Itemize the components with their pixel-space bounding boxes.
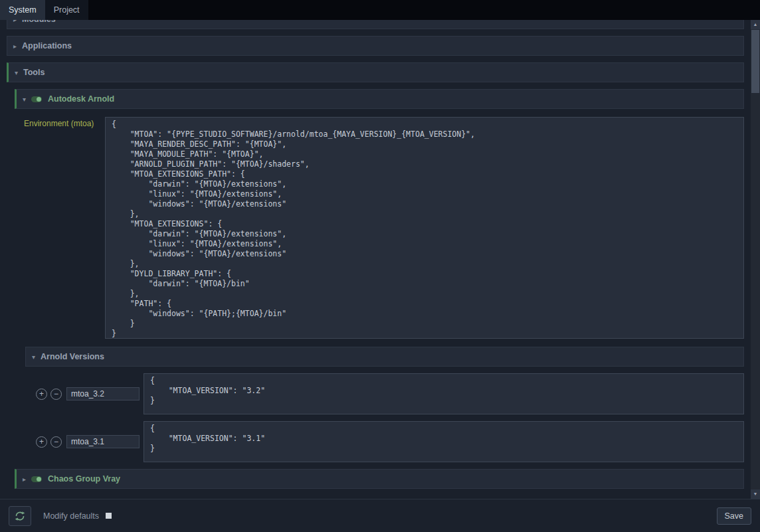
settings-scroll-area: ▸ Modules ▸ Applications ▾ Tools ▾ Autod… (0, 20, 751, 499)
enable-toggle[interactable] (31, 96, 42, 102)
section-header-tools[interactable]: ▾ Tools (7, 62, 744, 82)
section-label-arnold-versions: Arnold Versions (41, 352, 104, 361)
tab-project[interactable]: Project (45, 0, 88, 20)
section-label-applications: Applications (22, 41, 72, 50)
chevron-right-icon: ▸ (23, 476, 31, 483)
remove-item-button[interactable]: − (50, 389, 62, 400)
group-header-autodesk-arnold[interactable]: ▾ Autodesk Arnold (15, 89, 744, 109)
modify-defaults-indicator[interactable] (106, 513, 112, 519)
version-row: + − { "MTOA_VERSION": "3.2" } (36, 373, 744, 414)
save-button[interactable]: Save (717, 507, 752, 525)
tools-section-body: ▾ Autodesk Arnold Environment (mtoa) { "… (15, 89, 744, 489)
environment-field-label: Environment (mtoa) (24, 117, 105, 128)
chevron-right-icon: ▸ (13, 43, 22, 50)
tab-system[interactable]: System (0, 0, 45, 20)
scroll-down-button[interactable]: ▼ (751, 489, 760, 499)
version-row: + − { "MTOA_VERSION": "3.1" } (36, 421, 744, 462)
group-label-autodesk-arnold: Autodesk Arnold (48, 94, 114, 104)
section-header-arnold-versions[interactable]: ▾ Arnold Versions (25, 347, 744, 367)
remove-item-button[interactable]: − (50, 436, 62, 448)
footer-bar: Modify defaults Save (0, 499, 760, 532)
version-name-input[interactable] (66, 387, 140, 400)
version-name-input[interactable] (66, 435, 140, 448)
environment-field-row: Environment (mtoa) { "MTOA": "{PYPE_STUD… (24, 117, 744, 339)
version-json-editor[interactable]: { "MTOA_VERSION": "3.2" } (143, 373, 744, 414)
chevron-down-icon: ▾ (32, 353, 41, 361)
section-label-modules: Modules (22, 20, 56, 24)
enable-toggle[interactable] (31, 476, 42, 482)
section-header-modules[interactable]: ▸ Modules (7, 20, 744, 29)
modify-defaults-label: Modify defaults (43, 511, 99, 521)
group-label-chaos-group-vray: Chaos Group Vray (48, 474, 120, 484)
group-header-chaos-group-vray[interactable]: ▸ Chaos Group Vray (15, 469, 744, 489)
settings-window: System Project ▸ Modules ▸ Applications … (0, 0, 760, 532)
scrollbar-thumb[interactable] (751, 30, 759, 93)
environment-json-editor[interactable]: { "MTOA": "{PYPE_STUDIO_SOFTWARE}/arnold… (105, 117, 744, 339)
chevron-down-icon: ▾ (15, 69, 23, 76)
add-item-button[interactable]: + (36, 389, 47, 400)
refresh-button[interactable] (9, 506, 31, 526)
chevron-right-icon: ▸ (13, 20, 22, 23)
add-item-button[interactable]: + (36, 436, 47, 448)
version-json-editor[interactable]: { "MTOA_VERSION": "3.1" } (143, 421, 744, 462)
vertical-scrollbar: ▲ ▼ (751, 20, 760, 499)
section-header-applications[interactable]: ▸ Applications (7, 36, 744, 56)
section-label-tools: Tools (23, 68, 45, 77)
scroll-up-button[interactable]: ▲ (751, 20, 760, 29)
chevron-down-icon: ▾ (23, 96, 31, 103)
refresh-icon (14, 510, 26, 522)
tab-bar: System Project (0, 0, 760, 20)
